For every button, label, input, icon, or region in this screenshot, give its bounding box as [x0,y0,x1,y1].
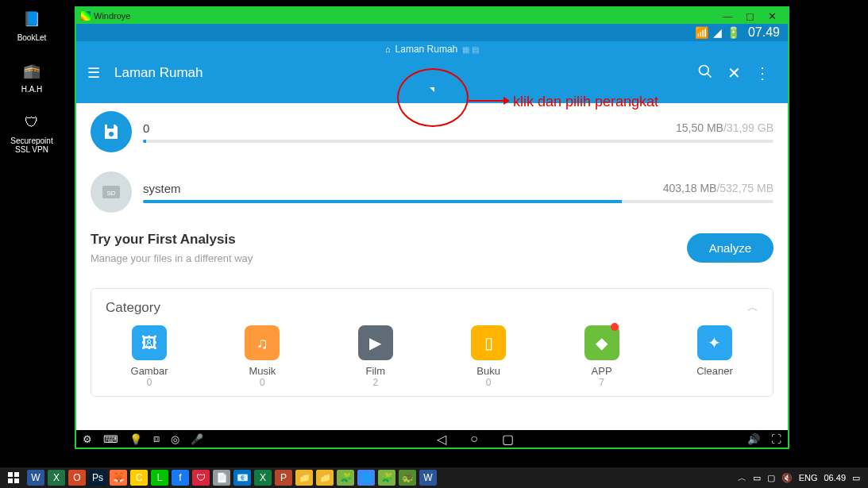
analysis-title: Try your First Analysis [91,232,253,248]
dropbox-icon[interactable]: ⧈ [153,432,160,445]
taskbar-app[interactable]: 📁 [316,470,334,486]
disk-icon [91,111,132,152]
taskbar-app[interactable]: f [172,470,189,486]
taskbar-app[interactable]: 🧩 [337,470,354,486]
fullscreen-icon[interactable]: ⛶ [771,433,781,445]
nav-recent-button[interactable]: ▢ [502,432,514,447]
taskbar-app[interactable]: 🦊 [110,470,127,486]
taskbar-app[interactable]: L [151,470,168,486]
category-label: Buku [476,365,500,377]
shield-icon: 🛡 [19,110,44,135]
analysis-row: Try your First Analysis Manage your file… [91,232,773,277]
category-label: Cleaner [696,365,733,377]
category-icon: ♫ [245,325,280,360]
category-icon: ✦ [697,325,732,360]
more-button[interactable]: ⋮ [748,63,777,83]
desktop-icon-booklet[interactable]: 📘 BookLet [17,6,47,42]
taskbar-app[interactable]: 🐢 [399,470,416,486]
breadcrumb-ext-icon: ▦ ▤ [462,45,479,54]
taskbar-app[interactable]: 📄 [213,470,230,486]
emulator-bottom-bar: ⚙ ⌨ 💡 ⧈ ◎ 🎤 ◁ ○ ▢ 🔊 ⛶ [76,430,788,448]
taskbar-app[interactable]: 🛡 [192,470,210,486]
booklet-icon: 📘 [19,6,44,32]
svg-rect-6 [8,472,13,477]
camera-icon[interactable]: ◎ [171,433,179,445]
minimize-button[interactable] [716,10,739,22]
emulator-titlebar[interactable]: Windroye [76,8,788,24]
storage-total: 532,75 MB [719,182,773,194]
category-item-buku[interactable]: ▯Buku0 [445,325,532,388]
device-dropdown-row[interactable] [76,89,788,103]
category-icon: 🖼 [132,325,167,360]
sd-icon: SD [91,171,132,213]
settings-icon[interactable]: ⚙ [83,433,92,445]
bulb-icon[interactable]: 💡 [129,433,142,445]
search-button[interactable] [691,63,719,83]
android-status-bar: 📶 ◢ 🔋 07.49 [76,24,788,41]
tray-action-center-icon[interactable]: ▭ [852,473,860,483]
mic-icon[interactable]: 🎤 [191,433,203,445]
taskbar-app[interactable]: 🌐 [357,470,375,486]
category-item-app[interactable]: ◆APP7 [558,325,646,388]
windows-taskbar: WXOPs🦊CLf🛡📄📧XP📁📁🧩🌐🧩🐢W ︿ ▭ ▢ 🔇 ENG 06.49 … [0,467,868,488]
category-item-musik[interactable]: ♫Musik0 [218,325,306,388]
taskbar-app[interactable]: W [27,470,44,486]
category-count: 0 [147,377,152,388]
taskbar-apps: WXOPs🦊CLf🛡📄📧XP📁📁🧩🌐🧩🐢W [27,470,437,486]
maximize-button[interactable] [739,10,761,22]
category-count: 0 [260,377,265,388]
tray-battery-icon[interactable]: ▢ [767,473,775,483]
desktop-icon-label: H.A.H [21,85,43,94]
menu-button[interactable]: ☰ [87,64,100,82]
taskbar-app[interactable]: 📁 [295,470,313,486]
volume-icon[interactable]: 🔊 [747,433,760,445]
keyboard-icon[interactable]: ⌨ [103,433,118,445]
signal-icon: ◢ [713,26,722,39]
tray-volume-icon[interactable]: 🔇 [781,473,793,483]
svg-point-3 [109,132,114,136]
desktop-icon-hah[interactable]: 🕋 H.A.H [19,58,44,94]
tray-lang[interactable]: ENG [799,473,818,482]
tray-clock[interactable]: 06.49 [824,473,846,482]
taskbar-app[interactable]: O [68,470,86,486]
close-button[interactable] [761,10,783,22]
taskbar-app[interactable]: X [254,470,272,486]
desktop-icons: 📘 BookLet 🕋 H.A.H 🛡 Securepoint SSL VPN [8,6,56,154]
taskbar-app[interactable]: C [130,470,148,486]
storage-progress [143,200,773,203]
chevron-up-icon[interactable]: ︿ [747,301,758,315]
close-x-button[interactable]: ✕ [719,63,748,83]
analyze-button[interactable]: Analyze [687,233,773,263]
taskbar-app[interactable]: X [48,470,65,486]
nav-home-button[interactable]: ○ [470,432,478,447]
system-tray[interactable]: ︿ ▭ ▢ 🔇 ENG 06.49 ▭ [738,472,860,484]
taskbar-app[interactable]: W [419,470,437,486]
taskbar-app[interactable]: Ps [89,470,106,486]
notification-badge [611,323,619,331]
category-label: APP [592,365,612,377]
storage-internal[interactable]: 0 15,50 MB/31,99 GB [91,111,773,152]
category-count: 0 [486,377,492,388]
tray-network-icon[interactable]: ▭ [753,473,761,483]
storage-label: 0 [143,121,149,135]
emulator-window: Windroye 📶 ◢ 🔋 07.49 ⌂ Laman Rumah ▦ ▤ ☰… [75,6,789,449]
category-item-gambar[interactable]: 🖼Gambar0 [106,325,193,388]
taskbar-app[interactable]: 📧 [233,470,251,486]
breadcrumb[interactable]: ⌂ Laman Rumah ▦ ▤ [76,41,788,57]
home-icon: ⌂ [385,44,391,54]
desktop-icon-securepoint[interactable]: 🛡 Securepoint SSL VPN [8,110,56,154]
category-item-film[interactable]: ▶Film2 [332,325,419,388]
category-icon: ▯ [471,325,506,360]
storage-total: 31,99 GB [727,121,773,134]
battery-icon: 🔋 [727,26,740,39]
start-button[interactable] [3,468,24,487]
tray-chevron-up-icon[interactable]: ︿ [738,472,746,484]
nav-back-button[interactable]: ◁ [437,432,446,447]
hah-icon: 🕋 [19,58,44,83]
taskbar-app[interactable]: 🧩 [378,470,395,486]
status-clock: 07.49 [748,25,780,40]
taskbar-app[interactable]: P [275,470,292,486]
category-item-cleaner[interactable]: ✦Cleaner [671,325,758,388]
svg-rect-9 [14,478,19,483]
storage-system[interactable]: SD system 403,18 MB/532,75 MB [91,171,773,213]
